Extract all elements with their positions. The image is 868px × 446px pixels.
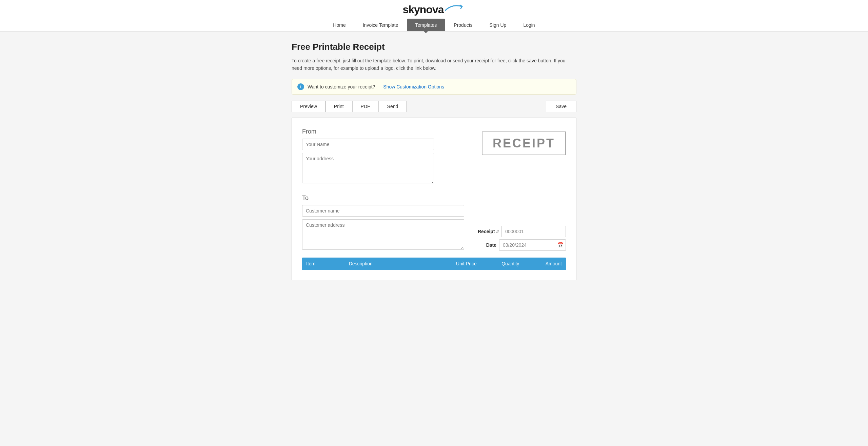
save-button[interactable]: Save bbox=[546, 101, 576, 112]
send-button[interactable]: Send bbox=[379, 101, 407, 112]
toolbar-left: Preview Print PDF Send bbox=[292, 101, 407, 112]
info-icon: i bbox=[297, 83, 304, 90]
date-input-wrapper: 📅 bbox=[499, 239, 566, 251]
section-divider: To Receipt # Date 📅 bbox=[302, 195, 566, 251]
logo-text: skynova bbox=[402, 3, 443, 16]
toolbar: Preview Print PDF Send Save bbox=[292, 101, 576, 112]
page-title: Free Printable Receipt bbox=[292, 42, 576, 52]
from-section: From bbox=[302, 128, 434, 184]
nav-login[interactable]: Login bbox=[515, 19, 543, 31]
nav-templates[interactable]: Templates bbox=[407, 19, 446, 31]
nav-sign-up[interactable]: Sign Up bbox=[481, 19, 515, 31]
right-field-group: Receipt # Date 📅 bbox=[478, 226, 566, 251]
info-box: i Want to customize your receipt? Show C… bbox=[292, 79, 576, 95]
print-button[interactable]: Print bbox=[326, 101, 352, 112]
calendar-icon[interactable]: 📅 bbox=[557, 242, 564, 248]
logo-swoosh bbox=[445, 4, 466, 15]
col-amount-header: Amount bbox=[519, 261, 562, 266]
from-label: From bbox=[302, 128, 434, 135]
right-spacer bbox=[478, 195, 566, 226]
col-quantity-header: Quantity bbox=[477, 261, 519, 266]
receipt-title-area: RECEIPT bbox=[434, 128, 566, 155]
your-name-input[interactable] bbox=[302, 139, 434, 150]
date-input[interactable] bbox=[499, 239, 566, 251]
customer-name-input[interactable] bbox=[302, 205, 464, 217]
receipt-form: From RECEIPT To Receipt # bbox=[292, 118, 576, 280]
receipt-number-label: Receipt # bbox=[478, 229, 499, 234]
col-description-header: Description bbox=[349, 261, 434, 266]
main-content: Free Printable Receipt To create a free … bbox=[285, 42, 583, 280]
col-unit-price-header: Unit Price bbox=[434, 261, 477, 266]
customer-address-input[interactable] bbox=[302, 219, 464, 250]
your-address-input[interactable] bbox=[302, 153, 434, 183]
page-description: To create a free receipt, just fill out … bbox=[292, 57, 576, 72]
main-nav: Home Invoice Template Templates Products… bbox=[324, 19, 543, 31]
nav-invoice-template[interactable]: Invoice Template bbox=[354, 19, 407, 31]
table-header: Item Description Unit Price Quantity Amo… bbox=[302, 258, 566, 270]
header: skynova Home Invoice Template Templates … bbox=[0, 0, 868, 32]
info-text: Want to customize your receipt? bbox=[308, 84, 375, 89]
to-label: To bbox=[302, 195, 464, 202]
date-label: Date bbox=[486, 242, 496, 248]
customization-link[interactable]: Show Customization Options bbox=[383, 84, 444, 89]
col-item-header: Item bbox=[306, 261, 349, 266]
nav-products[interactable]: Products bbox=[445, 19, 481, 31]
receipt-number-input[interactable] bbox=[501, 226, 566, 237]
receipt-title-box: RECEIPT bbox=[482, 131, 566, 155]
preview-button[interactable]: Preview bbox=[292, 101, 326, 112]
to-section: To bbox=[302, 195, 464, 251]
right-fields: Receipt # Date 📅 bbox=[478, 195, 566, 251]
receipt-title: RECEIPT bbox=[493, 136, 555, 150]
form-top: From RECEIPT bbox=[302, 128, 566, 184]
date-row: Date 📅 bbox=[486, 239, 566, 251]
receipt-number-row: Receipt # bbox=[478, 226, 566, 237]
pdf-button[interactable]: PDF bbox=[352, 101, 379, 112]
nav-home[interactable]: Home bbox=[324, 19, 354, 31]
logo: skynova bbox=[402, 3, 465, 16]
